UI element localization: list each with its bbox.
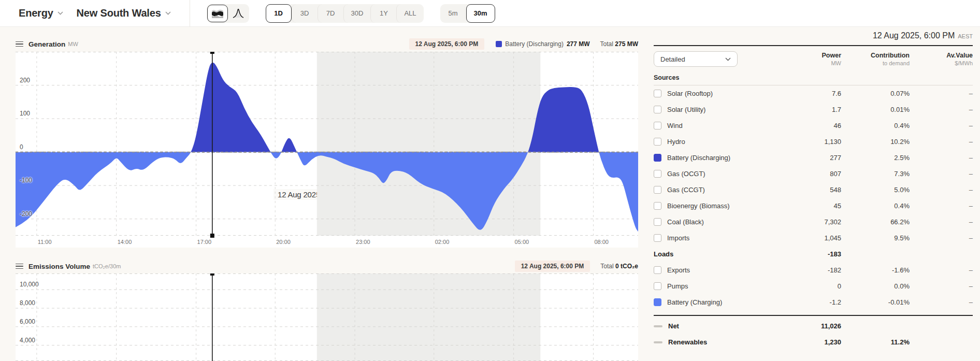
row-contribution: 9.5% xyxy=(841,234,910,242)
range-button-group: 1D3D7D30D1YALL xyxy=(266,4,424,23)
row-label: Hydro xyxy=(667,138,685,146)
total-value: 275 MW xyxy=(615,40,638,48)
row-avvalue: – xyxy=(910,122,973,129)
table-row: Coal (Black)7,30266.2%– xyxy=(654,214,973,230)
timezone-label: AEST xyxy=(958,33,973,39)
row-label: Renewables xyxy=(668,338,707,346)
row-label: Battery (Discharging) xyxy=(667,154,730,162)
row-power: 1,130 xyxy=(784,138,841,146)
timestamp-text: 12 Aug 2025, 6:00 PM xyxy=(873,31,955,40)
row-checkbox[interactable] xyxy=(654,106,661,113)
topbar-divider xyxy=(190,0,190,27)
interval-button-30m[interactable]: 30m xyxy=(466,4,495,23)
row-contribution: 10.2% xyxy=(841,138,910,146)
row-checkbox[interactable] xyxy=(654,170,661,178)
row-avvalue: – xyxy=(910,186,973,194)
table-controls: Detailed Power MW Contribution to demand… xyxy=(654,46,973,70)
range-button-1d[interactable]: 1D xyxy=(266,4,292,23)
row-checkbox[interactable] xyxy=(654,90,661,97)
panel-timestamp: 12 Aug 2025, 6:00 PM AEST xyxy=(654,31,973,46)
row-contribution: 0.4% xyxy=(841,122,910,129)
row-checkbox[interactable] xyxy=(654,154,661,162)
row-power: 7.6 xyxy=(784,90,841,97)
row-checkbox[interactable] xyxy=(654,298,661,306)
x-axis-tick: 17:00 xyxy=(197,239,212,245)
row-label: Gas (OCGT) xyxy=(667,170,705,178)
table-row: Net11,026 xyxy=(654,318,973,334)
row-checkbox[interactable] xyxy=(654,218,661,226)
row-label: Pumps xyxy=(667,282,688,290)
generation-plot[interactable]: 12 Aug 2025, 10:30 AM – 13 Aug 2025, 10:… xyxy=(16,52,638,248)
row-checkbox[interactable] xyxy=(654,282,661,290)
generation-chart-header: Generation MW 12 Aug 2025, 6:00 PM Batte… xyxy=(16,38,638,50)
column-header-power: Power MW xyxy=(784,52,841,66)
area-chart-type-button[interactable] xyxy=(207,5,228,22)
row-checkbox[interactable] xyxy=(654,202,661,210)
x-axis-tick: 05:00 xyxy=(515,239,529,245)
range-button-7d[interactable]: 7D xyxy=(318,4,343,23)
range-button-3d[interactable]: 3D xyxy=(292,4,318,23)
row-avvalue: – xyxy=(910,282,973,290)
legend-value: 277 MW xyxy=(567,40,590,48)
row-label: Coal (Black) xyxy=(667,218,704,226)
row-label: Solar (Rooftop) xyxy=(667,90,713,97)
row-power: 7,302 xyxy=(784,218,841,226)
row-avvalue: – xyxy=(910,298,973,306)
column-header-avvalue: Av.Value $/MWh xyxy=(910,52,973,66)
row-power: 1.7 xyxy=(784,106,841,113)
legend-label: Battery (Discharging) xyxy=(505,40,564,48)
metric-label: Energy xyxy=(19,7,53,19)
view-dropdown[interactable]: Detailed xyxy=(654,51,738,67)
row-power: 277 xyxy=(784,154,841,162)
series-dash-icon xyxy=(654,325,662,327)
chart-options-icon[interactable] xyxy=(16,264,23,269)
proportion-chart-icon xyxy=(233,9,244,18)
row-checkbox[interactable] xyxy=(654,138,661,146)
row-checkbox[interactable] xyxy=(654,234,661,242)
total-value: 0 tCO₂e xyxy=(615,263,638,270)
table-row: Pumps00.0%– xyxy=(654,278,973,294)
proportion-chart-type-button[interactable] xyxy=(228,5,249,22)
table-row: Bioenergy (Biomass)450.4%– xyxy=(654,198,973,214)
data-table-panel: 12 Aug 2025, 6:00 PM AEST Detailed Power… xyxy=(654,31,973,350)
app-topbar: Energy New South Wales 1D3D7D30D1YALL 5m… xyxy=(0,0,980,27)
metric-selector[interactable]: Energy xyxy=(19,7,63,19)
table-row: Hydro1,13010.2%– xyxy=(654,134,973,150)
x-axis-tick: 23:00 xyxy=(356,239,370,245)
region-selector[interactable]: New South Wales xyxy=(77,7,171,19)
emissions-chart-header: Emissions Volume tCO₂e/30m 12 Aug 2025, … xyxy=(16,261,638,272)
loads-rows: Exports-182-1.6%–Pumps00.0%–Battery (Cha… xyxy=(654,262,973,310)
hover-date-badge: 12 Aug 2025, 6:00 PM xyxy=(409,38,485,50)
range-button-1y[interactable]: 1Y xyxy=(370,4,396,23)
row-label: Gas (CCGT) xyxy=(667,186,705,194)
row-avvalue: – xyxy=(910,138,973,146)
row-contribution: 5.0% xyxy=(841,186,910,194)
chevron-down-icon xyxy=(725,57,731,61)
generation-chart-svg xyxy=(16,52,638,236)
row-checkbox[interactable] xyxy=(654,186,661,194)
range-button-all[interactable]: ALL xyxy=(396,4,423,23)
total-readout: Total 275 MW xyxy=(600,40,638,48)
row-avvalue: – xyxy=(910,202,973,210)
table-row: Imports1,0459.5%– xyxy=(654,230,973,246)
row-power: 0 xyxy=(784,282,841,290)
summary-rows: Net11,026Renewables1,23011.2% xyxy=(654,318,973,350)
row-checkbox[interactable] xyxy=(654,266,661,274)
chevron-down-icon xyxy=(57,11,63,15)
row-label: Wind xyxy=(667,122,683,129)
row-label: Solar (Utility) xyxy=(667,106,705,113)
hover-legend: Battery (Discharging) 277 MW xyxy=(496,40,589,48)
row-contribution: -0.01% xyxy=(841,298,910,306)
row-label: Net xyxy=(668,322,679,330)
chart-type-group xyxy=(207,4,249,23)
chart-options-icon[interactable] xyxy=(16,41,23,47)
interval-button-5m[interactable]: 5m xyxy=(440,4,466,23)
x-axis-tick: 11:00 xyxy=(38,239,52,245)
range-button-30d[interactable]: 30D xyxy=(343,4,371,23)
table-row: Exports-182-1.6%– xyxy=(654,262,973,278)
row-checkbox[interactable] xyxy=(654,122,661,129)
emissions-plot[interactable]: 10,0008,0006,0004,000 xyxy=(16,273,638,361)
row-label: Exports xyxy=(667,266,690,274)
row-avvalue: – xyxy=(910,266,973,274)
view-dropdown-value: Detailed xyxy=(660,55,685,63)
